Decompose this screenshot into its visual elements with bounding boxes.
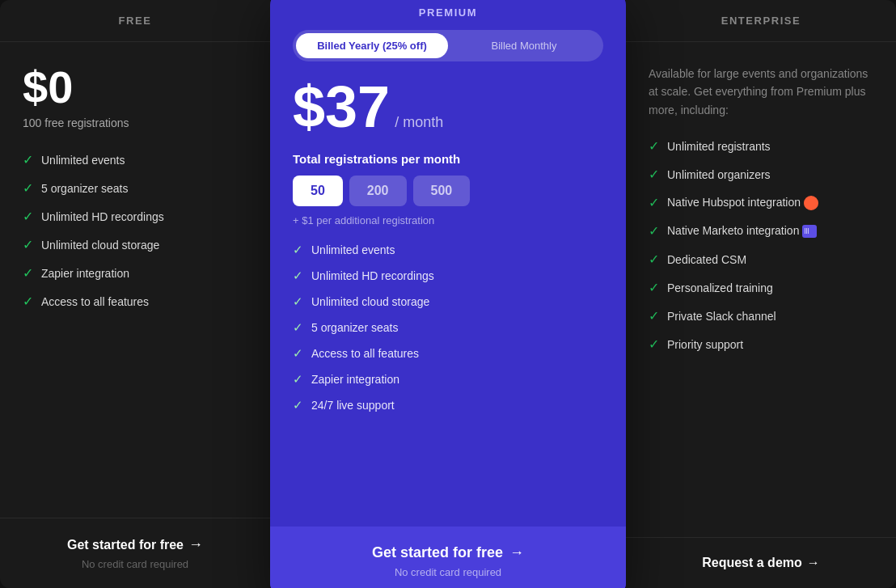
- free-registrations: 100 free registrations: [23, 116, 247, 129]
- free-cta-arrow: →: [188, 536, 203, 553]
- premium-features-list: ✓Unlimited events✓Unlimited HD recording…: [293, 243, 603, 412]
- premium-cta-arrow: →: [509, 544, 524, 561]
- free-cta-button[interactable]: Get started for free →: [23, 536, 247, 553]
- check-icon: ✓: [23, 265, 33, 281]
- list-item: ✓24/7 live support: [293, 398, 603, 412]
- list-item: ✓Unlimited registrants: [649, 138, 873, 154]
- check-icon: ✓: [23, 209, 33, 224]
- free-features-list: ✓Unlimited events✓5 organizer seats✓Unli…: [23, 152, 247, 498]
- premium-plan-header: PREMIUM: [270, 0, 626, 30]
- free-plan-header: FREE: [0, 0, 270, 42]
- check-icon: ✓: [293, 346, 303, 361]
- enterprise-features-list: ✓Unlimited registrants✓Unlimited organiz…: [649, 138, 873, 518]
- billing-yearly-option[interactable]: Billed Yearly (25% off): [296, 33, 448, 58]
- premium-plan-column: PREMIUM Billed Yearly (25% off) Billed M…: [270, 0, 626, 588]
- list-item: ✓Unlimited events: [23, 152, 247, 167]
- list-item: ✓Unlimited HD recordings: [293, 269, 603, 283]
- reg-label: Total registrations per month: [293, 152, 603, 166]
- free-price: $0: [23, 65, 247, 110]
- reg-500-button[interactable]: 500: [413, 176, 471, 206]
- check-icon: ✓: [649, 308, 659, 324]
- list-item: ✓Personalized training: [649, 280, 873, 295]
- list-item: ✓Native Marketo integration: [649, 223, 873, 239]
- check-icon: ✓: [23, 180, 33, 196]
- enterprise-plan-body: Available for large events and organizat…: [626, 42, 896, 537]
- list-item: ✓Native Hubspot integration: [649, 195, 873, 210]
- reg-50-button[interactable]: 50: [293, 176, 343, 206]
- list-item: ✓Private Slack channel: [649, 308, 873, 324]
- check-icon: ✓: [649, 195, 659, 210]
- check-icon: ✓: [23, 237, 33, 252]
- premium-price-container: $37 / month: [293, 78, 603, 136]
- enterprise-plan-header: ENTERPRISE: [626, 0, 896, 42]
- free-plan-column: FREE $0 100 free registrations ✓Unlimite…: [0, 0, 270, 588]
- reg-options: 50 200 500: [293, 176, 603, 206]
- premium-plan-footer: Get started for free → No credit card re…: [270, 527, 626, 588]
- check-icon: ✓: [293, 372, 303, 387]
- list-item: ✓Priority support: [649, 336, 873, 352]
- check-icon: ✓: [293, 320, 303, 335]
- free-cta-label: Get started for free: [67, 538, 184, 552]
- list-item: ✓Unlimited cloud storage: [23, 237, 247, 252]
- list-item: ✓Unlimited HD recordings: [23, 209, 247, 224]
- list-item: ✓Dedicated CSM: [649, 252, 873, 267]
- check-icon: ✓: [649, 138, 659, 154]
- list-item: ✓Unlimited cloud storage: [293, 294, 603, 309]
- check-icon: ✓: [293, 269, 303, 283]
- premium-cta-label: Get started for free: [372, 544, 503, 561]
- list-item: ✓Zapier integration: [293, 372, 603, 387]
- marketo-icon: [802, 225, 817, 238]
- list-item: ✓Access to all features: [293, 346, 603, 361]
- premium-cta-sub: No credit card required: [293, 566, 603, 578]
- free-cta-sub: No credit card required: [23, 558, 247, 570]
- enterprise-description: Available for large events and organizat…: [649, 65, 873, 119]
- enterprise-plan-column: ENTERPRISE Available for large events an…: [626, 0, 896, 588]
- check-icon: ✓: [293, 294, 303, 309]
- free-plan-body: $0 100 free registrations ✓Unlimited eve…: [0, 42, 270, 518]
- billing-monthly-option[interactable]: Billed Monthly: [448, 33, 600, 58]
- premium-price-period: / month: [395, 114, 443, 131]
- enterprise-cta-button[interactable]: Request a demo →: [649, 556, 873, 570]
- check-icon: ✓: [649, 223, 659, 239]
- check-icon: ✓: [293, 398, 303, 412]
- list-item: ✓Zapier integration: [23, 265, 247, 281]
- list-item: ✓Unlimited events: [293, 243, 603, 257]
- list-item: ✓5 organizer seats: [23, 180, 247, 196]
- reg-200-button[interactable]: 200: [349, 176, 407, 206]
- premium-cta-button[interactable]: Get started for free →: [293, 544, 603, 561]
- pricing-container: FREE $0 100 free registrations ✓Unlimite…: [0, 0, 896, 588]
- check-icon: ✓: [649, 252, 659, 267]
- reg-note: + $1 per additional registration: [293, 214, 603, 226]
- check-icon: ✓: [23, 152, 33, 167]
- premium-plan-body: $37 / month Total registrations per mont…: [270, 78, 626, 527]
- check-icon: ✓: [293, 243, 303, 257]
- check-icon: ✓: [649, 336, 659, 352]
- enterprise-plan-footer: Request a demo →: [626, 537, 896, 588]
- enterprise-cta-arrow: →: [807, 556, 820, 570]
- free-plan-footer: Get started for free → No credit card re…: [0, 518, 270, 588]
- check-icon: ✓: [649, 280, 659, 295]
- enterprise-cta-label: Request a demo: [702, 556, 802, 570]
- list-item: ✓5 organizer seats: [293, 320, 603, 335]
- premium-price-number: $37: [293, 78, 390, 136]
- list-item: ✓Access to all features: [23, 294, 247, 309]
- hubspot-icon: [804, 196, 818, 210]
- check-icon: ✓: [649, 167, 659, 182]
- list-item: ✓Unlimited organizers: [649, 167, 873, 182]
- check-icon: ✓: [23, 294, 33, 309]
- billing-toggle: Billed Yearly (25% off) Billed Monthly: [293, 30, 603, 61]
